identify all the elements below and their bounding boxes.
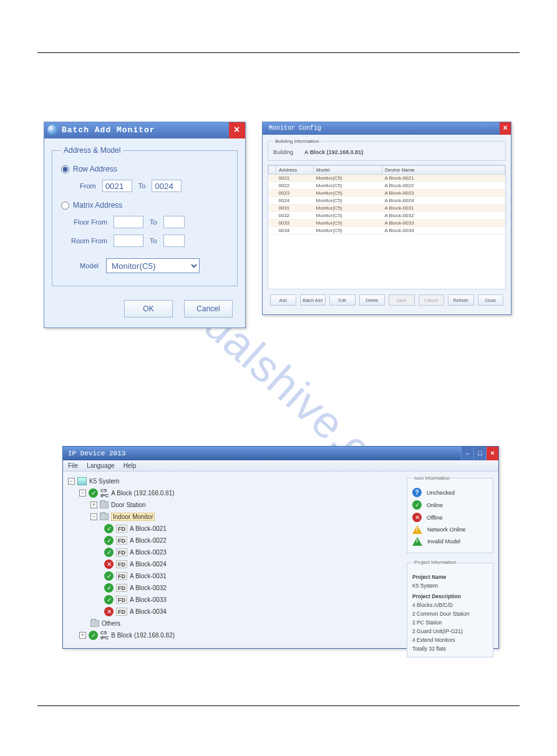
batch-add-button[interactable]: Batch Add	[300, 294, 326, 306]
fd-icon: FD	[116, 548, 127, 556]
room-from-label: Room From	[61, 237, 107, 245]
room-from-input[interactable]	[114, 235, 143, 247]
expand-icon[interactable]: −	[68, 478, 75, 485]
close3-icon[interactable]: ×	[486, 447, 498, 460]
room-to-input[interactable]	[163, 235, 185, 247]
from-input[interactable]	[102, 180, 132, 192]
icon-legend-panel: Icon Information ?Unchecked ✓Online ✕Off…	[407, 475, 493, 553]
online-icon: ✓	[104, 583, 114, 593]
menu-language[interactable]: Language	[87, 462, 115, 469]
from-label: From	[80, 182, 96, 190]
close-button[interactable]: Close	[478, 294, 504, 306]
title2-text: Monitor Config	[269, 125, 321, 132]
col-model[interactable]: Model	[314, 166, 382, 175]
building-legend: Building Information	[273, 138, 321, 144]
col-address[interactable]: Address	[276, 166, 314, 175]
tree-monitor-item[interactable]: ✓FDA Block-0021	[68, 523, 397, 535]
floor-row: Floor From To	[61, 216, 228, 228]
online-icon: ✓	[104, 548, 114, 557]
online-icon: ✓	[412, 500, 422, 510]
edit-button[interactable]: Edit	[329, 294, 356, 306]
table-row[interactable]: 0033Monitor(C5)A Block-0033	[269, 220, 505, 227]
model-select[interactable]: Monitor(C5)	[106, 258, 200, 273]
project-name-label: Project Name	[412, 573, 488, 581]
delete-button[interactable]: Delete	[359, 294, 385, 306]
expand-icon[interactable]: −	[79, 490, 86, 497]
tree-monitor-item[interactable]: ✓FDA Block-0033	[68, 594, 397, 606]
refresh-button[interactable]: Refresh	[448, 294, 474, 306]
network-icon	[77, 477, 87, 485]
dialog-title: Batch Add Monitor ×	[44, 122, 245, 138]
floor-from-label: Floor From	[61, 218, 107, 226]
legend-title: Icon Information	[412, 475, 452, 481]
expand-icon[interactable]: −	[90, 513, 97, 520]
online-icon: ✓	[104, 595, 114, 604]
win3-title: IP Device 2013 – □ ×	[63, 447, 498, 460]
project-info-title: Project Information	[412, 558, 458, 567]
block-b-label: B Block (192.168.0.82)	[111, 632, 175, 639]
monitor-label: A Block-0021	[130, 525, 167, 532]
online-icon: ✓	[89, 488, 98, 498]
matrix-address-label: Matrix Address	[73, 201, 122, 210]
monitor-label: A Block-0033	[130, 596, 167, 603]
monitor-label: A Block-0022	[130, 537, 167, 544]
row-address-input[interactable]	[61, 165, 69, 173]
globe-icon	[47, 125, 58, 135]
tree-monitor-item[interactable]: ✓FDA Block-0023	[68, 546, 397, 558]
monitor-label: A Block-0034	[130, 608, 167, 615]
offline-icon: ✕	[412, 513, 422, 522]
close2-icon[interactable]: ×	[500, 122, 511, 135]
tree-monitor-item[interactable]: ✕FDA Block-0024	[68, 558, 397, 570]
col-check[interactable]	[269, 166, 276, 175]
tree-monitor-item[interactable]: ✓FDA Block-0031	[68, 570, 397, 582]
floor-to-input[interactable]	[163, 216, 185, 228]
minimize-icon[interactable]: –	[461, 447, 473, 460]
row-address-radio[interactable]: Row Address	[61, 165, 228, 173]
to-input[interactable]	[152, 180, 182, 192]
table-row[interactable]: 0022Monitor(C5)A Block-0022	[269, 182, 505, 190]
building-info-fieldset: Building Information Building A Block (1…	[268, 138, 506, 161]
maximize-icon[interactable]: □	[473, 447, 486, 460]
close-icon[interactable]: ×	[229, 122, 245, 138]
folder-icon	[90, 620, 99, 627]
room-row: Room From To	[61, 235, 228, 247]
expand-icon[interactable]: +	[90, 502, 97, 508]
matrix-address-radio[interactable]: Matrix Address	[61, 201, 228, 210]
table-row[interactable]: 0031Monitor(C5)A Block-0031	[269, 205, 505, 212]
table-row[interactable]: 0032Monitor(C5)A Block-0032	[269, 212, 505, 220]
root-label: K5 System	[89, 478, 119, 485]
model-label: Model	[61, 262, 99, 269]
cancel2-button[interactable]: Cancel	[419, 294, 445, 306]
table-row[interactable]: 0023Monitor(C5)A Block-0023	[269, 190, 505, 197]
fd-icon: FD	[116, 525, 127, 533]
tree-monitor-item[interactable]: ✓FDA Block-0022	[68, 535, 397, 546]
unchecked-icon: ?	[412, 488, 422, 497]
floor-from-input[interactable]	[114, 216, 143, 228]
expand-icon[interactable]: +	[79, 632, 86, 639]
tree-monitor-item[interactable]: ✕FDA Block-0034	[68, 606, 397, 618]
win3-title-text: IP Device 2013	[68, 450, 125, 457]
project-info-panel: Project Information Project Name K5 Syst…	[407, 558, 493, 657]
fd-icon: FD	[116, 608, 127, 616]
menu-file[interactable]: File	[68, 462, 78, 469]
tree-monitor-item[interactable]: ✓FDA Block-0032	[68, 582, 397, 594]
table-row[interactable]: 0021Monitor(C5)A Block-0021	[269, 175, 505, 182]
matrix-address-input[interactable]	[61, 201, 69, 210]
offline-icon: ✕	[104, 560, 114, 569]
table-row[interactable]: 0024Monitor(C5)A Block-0024	[269, 197, 505, 205]
table-row[interactable]: 0034Monitor(C5)A Block-0034	[269, 227, 505, 235]
invalid-model-icon	[412, 537, 422, 546]
save-button[interactable]: Save	[389, 294, 415, 306]
indoor-monitor-label[interactable]: Indoor Monitor	[111, 513, 155, 521]
menu-help[interactable]: Help	[124, 462, 137, 469]
device-tree[interactable]: − K5 System − ✓ C5IPC A Block (192.168.0…	[63, 472, 402, 648]
building-label: Building	[273, 149, 293, 155]
monitor-label: A Block-0031	[130, 573, 167, 579]
add-button[interactable]: Add	[270, 294, 296, 306]
col-name[interactable]: Device Name	[382, 166, 505, 175]
cancel-button[interactable]: Cancel	[184, 300, 233, 317]
title-text: Batch Add Monitor	[62, 125, 155, 135]
others-label: Others	[102, 620, 120, 627]
ok-button[interactable]: OK	[124, 300, 173, 317]
divider-bottom	[37, 705, 520, 706]
